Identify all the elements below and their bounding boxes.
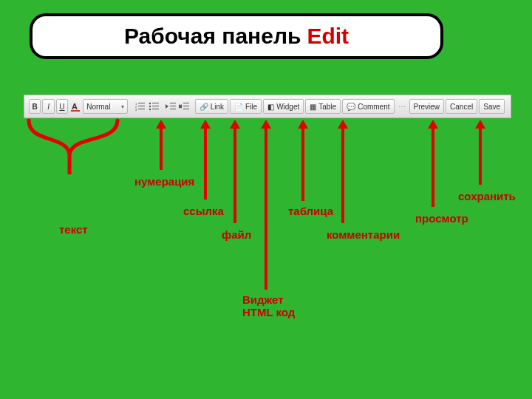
- svg-text:3: 3: [135, 108, 137, 111]
- brace-icon: [25, 117, 121, 176]
- label-text: текст: [59, 224, 88, 236]
- label-widget: Виджет HTML код: [242, 294, 301, 318]
- outdent-button[interactable]: [165, 99, 177, 114]
- arrow-numbering: [160, 127, 163, 170]
- arrow-widget: [265, 127, 267, 290]
- ordered-list-button[interactable]: 123: [134, 99, 146, 114]
- link-button[interactable]: 🔗Link: [195, 99, 228, 114]
- label-table: таблица: [288, 205, 333, 218]
- svg-rect-5: [138, 106, 145, 106]
- underline-button[interactable]: U: [56, 99, 68, 114]
- svg-point-10: [149, 106, 151, 107]
- svg-rect-17: [183, 103, 189, 103]
- widget-icon: ◧: [267, 103, 274, 111]
- svg-rect-1: [71, 110, 80, 112]
- label-link: ссылка: [183, 205, 224, 218]
- title-box: Рабочая панель Edit: [30, 13, 443, 59]
- file-icon: 📄: [234, 103, 243, 111]
- label-preview: просмотр: [415, 213, 468, 225]
- table-button[interactable]: ▦Table: [305, 99, 341, 114]
- chevron-down-icon: ▾: [121, 103, 124, 110]
- bold-button[interactable]: B: [29, 99, 41, 114]
- unordered-list-button[interactable]: [148, 99, 160, 114]
- svg-rect-15: [170, 106, 176, 106]
- svg-rect-14: [170, 103, 176, 103]
- link-icon: 🔗: [200, 103, 208, 111]
- svg-text:A: A: [72, 102, 78, 111]
- text-color-icon[interactable]: A: [69, 99, 81, 114]
- svg-rect-11: [152, 106, 159, 106]
- svg-rect-9: [152, 103, 159, 103]
- svg-rect-13: [152, 109, 159, 109]
- svg-point-12: [149, 109, 151, 110]
- table-icon: ▦: [310, 103, 316, 111]
- arrow-link: [204, 127, 207, 200]
- italic-button[interactable]: I: [42, 99, 54, 114]
- comment-icon: 💬: [347, 103, 355, 111]
- format-select[interactable]: Normal ▾: [83, 99, 128, 114]
- label-numbering: нумерация: [134, 176, 194, 188]
- cancel-button[interactable]: Cancel: [446, 99, 477, 114]
- svg-rect-3: [138, 103, 145, 103]
- label-comments: комментарии: [327, 229, 400, 242]
- arrow-comments: [341, 127, 344, 223]
- label-save: сохранить: [458, 191, 516, 203]
- format-select-value: Normal: [86, 103, 110, 111]
- more-icon[interactable]: ⋯: [396, 99, 408, 114]
- title-part1: Рабочая панель: [124, 24, 301, 49]
- arrow-file: [233, 127, 236, 223]
- title-part2: Edit: [307, 24, 349, 49]
- svg-rect-7: [138, 109, 145, 109]
- svg-rect-16: [170, 109, 176, 109]
- save-button[interactable]: Save: [479, 99, 505, 114]
- arrow-preview: [432, 127, 434, 207]
- comment-button[interactable]: 💬Comment: [342, 99, 394, 114]
- indent-button[interactable]: [178, 99, 190, 114]
- arrow-table: [301, 127, 304, 201]
- arrow-save: [479, 127, 482, 185]
- widget-button[interactable]: ◧Widget: [263, 99, 304, 114]
- file-button[interactable]: 📄File: [230, 99, 262, 114]
- svg-rect-19: [183, 109, 189, 109]
- svg-rect-18: [183, 106, 189, 106]
- edit-toolbar: B I U A Normal ▾ 123 🔗Link 📄File ◧Widget…: [24, 95, 511, 118]
- label-file: файл: [222, 229, 251, 242]
- preview-button[interactable]: Preview: [409, 99, 445, 114]
- svg-point-8: [149, 103, 151, 104]
